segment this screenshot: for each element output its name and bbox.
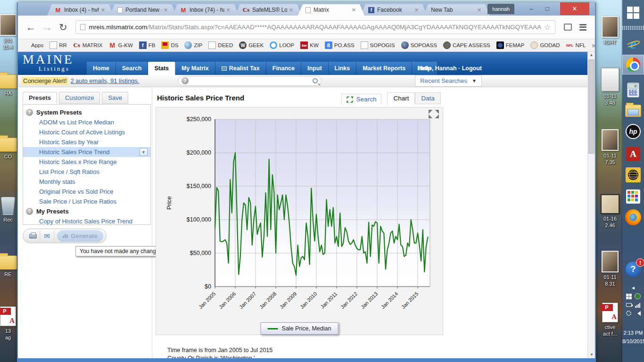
nav-item-search[interactable]: Search bbox=[116, 62, 149, 75]
help-icon[interactable]: ? bbox=[26, 208, 33, 215]
window-maximize-button[interactable]: □ bbox=[539, 2, 555, 15]
bookmark-item[interactable]: 8PO.ASS bbox=[325, 41, 355, 49]
preset-item[interactable]: List Price / Sqft Ratios bbox=[23, 167, 150, 177]
nav-item-my-matrix[interactable]: My Matrix bbox=[175, 62, 215, 75]
desktop-icon[interactable]: 13ag bbox=[0, 306, 16, 341]
tab-close-icon[interactable]: ✕ bbox=[414, 7, 419, 13]
desktop-icon[interactable]: 01-162.46 bbox=[598, 194, 622, 229]
taskbar-touch-pad-icon[interactable] bbox=[622, 25, 644, 31]
tray-network-icon[interactable] bbox=[635, 293, 641, 299]
tab-close-icon[interactable]: ✕ bbox=[352, 7, 356, 13]
bookmark-item[interactable]: ZIP bbox=[184, 41, 202, 49]
desktop-icon[interactable]: 01-118.31 bbox=[598, 251, 622, 287]
bookmark-item[interactable]: kwKW bbox=[300, 41, 319, 49]
tab-close-icon[interactable]: ✕ bbox=[101, 7, 105, 13]
reload-button[interactable]: ↻ bbox=[59, 22, 67, 33]
email-button[interactable]: ✉ bbox=[40, 230, 54, 241]
speed-search-input[interactable]: ? bbox=[178, 76, 322, 86]
taskbar-clock[interactable]: 2:13 PM bbox=[622, 330, 644, 336]
bookmark-item[interactable]: SOPOASS bbox=[401, 41, 437, 49]
preset-item[interactable]: Historic Sales by Year bbox=[23, 137, 150, 147]
forward-button[interactable]: → bbox=[42, 22, 52, 33]
bookmark-item[interactable]: SOPOGIS bbox=[361, 41, 395, 49]
preset-item[interactable]: ADOM vs List Price Median bbox=[23, 117, 150, 127]
view-tab-chart[interactable]: Chart bbox=[387, 92, 415, 104]
tray-volume-icon[interactable] bbox=[635, 310, 641, 316]
tray-windows-icon[interactable] bbox=[626, 293, 632, 299]
sidebar-tab-customize[interactable]: Customize bbox=[59, 92, 100, 104]
bookmark-item[interactable]: WGEEK bbox=[239, 41, 264, 49]
taskbar-hp-icon[interactable]: hp bbox=[622, 122, 644, 141]
bookmark-item[interactable]: DS bbox=[161, 41, 178, 49]
taskbar-office-icon[interactable] bbox=[622, 187, 644, 206]
preset-item[interactable]: Historic Sales x Price Range bbox=[23, 157, 150, 167]
bookmark-item[interactable]: fFB bbox=[139, 41, 156, 49]
sidebar-tab-save[interactable]: Save bbox=[102, 92, 128, 104]
browser-tab[interactable]: CsSafeMLS® Logou✕ bbox=[235, 4, 302, 16]
refine-search-button[interactable]: ◤◥◣◢ Search bbox=[341, 94, 382, 104]
tab-close-icon[interactable]: ✕ bbox=[164, 7, 168, 13]
preset-item[interactable]: Historic Sales Price Trend▼ bbox=[23, 147, 150, 157]
desktop-icon[interactable]: ctiveact f... bbox=[598, 303, 622, 337]
expand-chart-icon[interactable] bbox=[428, 110, 439, 118]
maine-listings-logo[interactable]: MAINE Listings bbox=[23, 53, 74, 72]
nav-item-links[interactable]: Links bbox=[329, 62, 357, 75]
taskbar-firefox-icon[interactable] bbox=[622, 207, 644, 227]
nav-item-finance[interactable]: Finance bbox=[266, 62, 301, 75]
bookmark-item[interactable]: FEMAP bbox=[496, 41, 525, 49]
bookmark-item[interactable]: RR bbox=[50, 41, 67, 49]
bookmark-item[interactable]: CAPE ASSESS bbox=[443, 41, 490, 49]
nav-item-market-reports[interactable]: Market Reports bbox=[356, 62, 412, 75]
desktop-icon[interactable]: HA bbox=[0, 71, 16, 97]
taskbar-chrome-icon[interactable] bbox=[622, 55, 644, 74]
bookmark-item[interactable]: LOOP bbox=[270, 41, 294, 49]
desktop-icon[interactable]: IGHT bbox=[598, 16, 622, 46]
generate-button[interactable]: Generate bbox=[57, 230, 103, 242]
window-close-button[interactable]: ✕ bbox=[560, 2, 589, 15]
desktop-icon[interactable]: CO bbox=[0, 134, 16, 160]
taskbar-file-explorer-icon[interactable] bbox=[622, 101, 644, 121]
tab-close-icon[interactable]: ✕ bbox=[477, 7, 481, 13]
bookmark-item[interactable]: MG-KW bbox=[108, 41, 132, 49]
scrollbar-down-arrow[interactable]: ▼ bbox=[588, 352, 595, 358]
browser-tab[interactable]: Matrix✕ bbox=[298, 4, 364, 16]
concierge-alert-link[interactable]: 2 auto emails, 91 listings. bbox=[71, 77, 140, 84]
preset-item[interactable]: Sale Price / List Price Ratios bbox=[23, 197, 150, 206]
bookmark-item[interactable]: NFLNFL bbox=[566, 41, 586, 49]
speedbar-help-icon[interactable]: ? bbox=[182, 77, 189, 84]
nav-item-realist-tax[interactable]: Realist Tax bbox=[215, 62, 266, 75]
preset-item[interactable]: Monthly stats bbox=[23, 177, 150, 187]
bookmark-item[interactable]: CsMATRIX bbox=[73, 41, 103, 49]
help-icon[interactable]: ? bbox=[26, 109, 33, 116]
user-greeting[interactable]: Hello, Hannah · Logout bbox=[417, 65, 482, 72]
bookmark-star-icon[interactable]: ☆ bbox=[544, 23, 551, 32]
address-bar[interactable]: mreis.mlsmatrix.com /Matrix/Stats/Stats.… bbox=[75, 20, 556, 34]
sidebar-tab-presets[interactable]: Presets bbox=[23, 92, 57, 104]
taskbar-calculator-icon[interactable] bbox=[622, 80, 644, 100]
nav-item-home[interactable]: Home bbox=[87, 62, 116, 75]
bookmarks-overflow-chevron[interactable]: » bbox=[592, 41, 595, 49]
preset-item[interactable]: Original Price vs Sold Price bbox=[23, 187, 150, 197]
desktop-icon[interactable]: 01-113.48 bbox=[598, 68, 622, 106]
scrollbar-thumb[interactable] bbox=[588, 59, 594, 154]
browser-tab[interactable]: MInbox (4) - hvh444✕ bbox=[47, 4, 114, 16]
back-button[interactable]: ← bbox=[26, 22, 36, 33]
tab-close-icon[interactable]: ✕ bbox=[226, 7, 231, 13]
taskbar-arcgis-icon[interactable] bbox=[622, 165, 644, 185]
search-magnifier-icon[interactable] bbox=[313, 78, 318, 83]
bookmark-item[interactable]: GODAD bbox=[530, 41, 560, 49]
desktop-icon[interactable]: RE bbox=[0, 252, 16, 278]
nav-item-input[interactable]: Input bbox=[301, 62, 329, 75]
browser-profile-chip[interactable]: hannah bbox=[487, 4, 514, 14]
preset-item[interactable]: Copy of Historic Sales Price Trend bbox=[23, 216, 150, 226]
taskbar-help-alert-icon[interactable]: ?! bbox=[622, 259, 644, 279]
tab-close-icon[interactable]: ✕ bbox=[289, 7, 293, 13]
recent-searches-button[interactable]: Recent Searches ▼ bbox=[415, 75, 482, 87]
preset-item[interactable]: Historic Count of Active Listings bbox=[23, 127, 150, 137]
tray-updates-icon[interactable] bbox=[626, 310, 632, 316]
preset-dropdown-button[interactable]: ▼ bbox=[140, 148, 148, 156]
browser-scrollbar[interactable]: ▲ ▼ bbox=[587, 52, 595, 358]
cast-icon[interactable] bbox=[564, 24, 571, 31]
browser-menu-icon[interactable] bbox=[579, 24, 586, 31]
desktop-icon[interactable]: Rec bbox=[0, 197, 16, 223]
